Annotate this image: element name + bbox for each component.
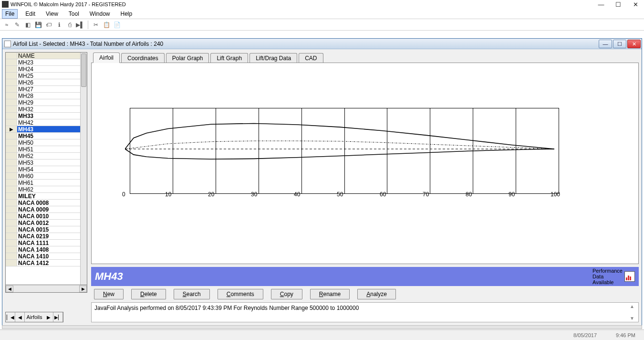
row-indicator (6, 113, 17, 119)
row-name: MH24 (17, 66, 80, 72)
tab-cad[interactable]: CAD (299, 53, 323, 63)
toolbar-button-4[interactable]: 🏷 (44, 20, 53, 30)
caret-down-icon[interactable]: ▼ (630, 316, 637, 321)
list-item[interactable]: MH32 (6, 106, 80, 113)
list-item[interactable]: NACA 0010 (6, 212, 80, 220)
outer-horizontal-scrollbar[interactable] (2, 325, 642, 329)
toolbar-button-3[interactable]: 💾 (33, 20, 43, 30)
list-item[interactable]: NACA 0009 (6, 206, 80, 213)
tab-lift-graph[interactable]: Lift Graph (210, 53, 248, 63)
toolbar-button-6[interactable]: ⎙ (65, 20, 74, 30)
airfoil-listbox[interactable]: NAMEMH23MH24MH25MH26MH27MH28MH29MH32MH33… (6, 53, 80, 285)
list-item[interactable]: NACA 0012 (6, 219, 80, 226)
airfoil-list-title-text: Airfoil List - Selected : MH43 - Total N… (13, 41, 163, 47)
list-item[interactable]: MH61 (6, 179, 80, 186)
menu-view[interactable]: View (43, 10, 61, 18)
list-horizontal-scrollbar[interactable]: ◀ ▶ (5, 285, 87, 293)
caret-up-icon[interactable]: ▲ (630, 304, 637, 309)
list-item[interactable]: MH23 (6, 59, 80, 66)
delete-button[interactable]: Delete (131, 289, 166, 299)
list-item[interactable]: MH24 (6, 65, 80, 73)
nav-first-button[interactable]: ▏◀ (6, 312, 15, 322)
hscroll-left-arrow[interactable]: ◀ (6, 286, 13, 292)
window-maximize-button[interactable]: ☐ (610, 0, 627, 9)
list-item[interactable]: MH29 (6, 99, 80, 106)
grid-col (516, 108, 559, 193)
list-item[interactable]: MH42 (6, 119, 80, 126)
app-icon (2, 1, 9, 8)
toolbar-button-2[interactable]: ◧ (23, 20, 32, 30)
comments-button[interactable]: Comments (218, 289, 263, 299)
list-item[interactable]: ▶MH43 (6, 126, 80, 133)
toolbar-button-11[interactable]: 📄 (112, 20, 122, 30)
hscroll-right-arrow[interactable]: ▶ (79, 286, 87, 292)
toolbar-button-9[interactable]: ✂ (91, 20, 101, 30)
new-button[interactable]: New (94, 289, 124, 299)
menu-window[interactable]: Window (87, 10, 113, 18)
analyze-button[interactable]: Analyze (357, 289, 396, 299)
row-indicator (6, 99, 17, 106)
status-scroll-carets[interactable]: ▲▼ (630, 304, 637, 321)
list-item[interactable]: NACA 1111 (6, 239, 80, 246)
list-item[interactable]: NACA 1412 (6, 259, 80, 266)
menu-help[interactable]: Help (118, 10, 135, 18)
row-indicator (6, 93, 17, 99)
tab-polar-graph[interactable]: Polar Graph (166, 53, 209, 63)
row-indicator (6, 246, 17, 253)
sub-maximize-button[interactable]: ☐ (613, 40, 626, 48)
tab-coordinates[interactable]: Coordinates (121, 53, 165, 63)
tab-lift-drag-data[interactable]: Lift/Drag Data (249, 53, 297, 63)
menu-tool[interactable]: Tool (66, 10, 82, 18)
list-item[interactable]: MH52 (6, 152, 80, 159)
sub-minimize-button[interactable]: — (599, 40, 612, 48)
list-item[interactable]: MILEY (6, 192, 80, 200)
nav-last-button[interactable]: ▶▏ (53, 312, 63, 322)
window-minimize-button[interactable]: — (592, 0, 610, 9)
grid-col (473, 108, 516, 193)
list-item[interactable]: MH33 (6, 112, 80, 119)
menu-edit[interactable]: Edit (22, 10, 38, 18)
list-item[interactable]: MH27 (6, 85, 80, 93)
list-item[interactable]: MH54 (6, 166, 80, 173)
list-item[interactable]: MH62 (6, 186, 80, 193)
row-name: MH53 (17, 159, 80, 166)
list-item[interactable]: NACA 1410 (6, 253, 80, 260)
toolbar-button-10[interactable]: 📋 (102, 20, 111, 30)
toolbar-button-5[interactable]: ℹ (54, 20, 64, 30)
list-item[interactable]: MH51 (6, 146, 80, 153)
copy-button[interactable]: Copy (271, 289, 302, 299)
list-item[interactable]: MH53 (6, 159, 80, 166)
list-item[interactable]: MH45 (6, 132, 80, 139)
window-close-button[interactable]: ✕ (627, 0, 644, 9)
nav-prev-button[interactable]: ◀ (15, 312, 25, 322)
rename-button[interactable]: Rename (310, 289, 350, 299)
list-item[interactable]: MH60 (6, 172, 80, 180)
row-name: MH54 (17, 166, 80, 172)
row-indicator (6, 139, 17, 146)
toolbar: ≈✎◧💾🏷ℹ⎙▶▌✂📋📄 (0, 19, 644, 31)
os-taskbar: 8/05/2017 9:46 PM (0, 329, 644, 340)
list-item[interactable]: MH25 (6, 72, 80, 79)
row-indicator (6, 86, 17, 92)
tab-airfoil[interactable]: Airfoil (93, 53, 120, 63)
toolbar-button-1[interactable]: ✎ (12, 20, 22, 30)
toolbar-button-7[interactable]: ▶▌ (75, 20, 85, 30)
menu-file[interactable]: File (2, 9, 18, 19)
list-item[interactable]: NACA 0219 (6, 233, 80, 240)
list-item[interactable]: MH50 (6, 139, 80, 146)
list-vertical-scrollbar[interactable] (80, 53, 87, 285)
row-name: NACA 0008 (17, 200, 80, 206)
list-header-indicator (6, 53, 17, 59)
airfoil-list-titlebar: Airfoil List - Selected : MH43 - Total N… (2, 39, 642, 49)
scrollbar-thumb[interactable] (81, 53, 86, 87)
sub-close-button[interactable]: ✕ (627, 40, 641, 48)
list-item[interactable]: NACA 1408 (6, 246, 80, 253)
list-item[interactable]: MH28 (6, 92, 80, 99)
list-item[interactable]: NACA 0008 (6, 199, 80, 206)
list-item[interactable]: NACA 0015 (6, 226, 80, 233)
list-item[interactable]: MH26 (6, 79, 80, 86)
nav-next-button[interactable]: ▶ (44, 312, 53, 322)
search-button[interactable]: Search (174, 289, 210, 299)
toolbar-button-0[interactable]: ≈ (2, 20, 11, 30)
grid-col (259, 108, 302, 193)
